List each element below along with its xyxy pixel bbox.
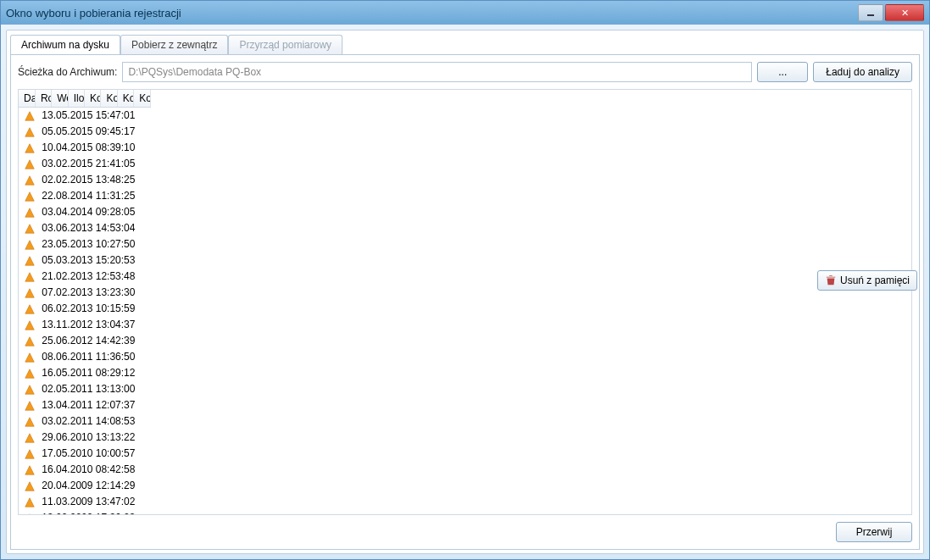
table-row[interactable]: 03.04.2014 09:28:05200V1.34010076 KB80kH… xyxy=(19,204,150,220)
cell-date: 13.04.2011 12:07:37 xyxy=(42,399,135,411)
minimize-button[interactable] xyxy=(858,4,883,21)
svg-rect-0 xyxy=(867,14,874,16)
table-row[interactable]: 07.02.2013 13:23:30200V1.30837353 KBDanf… xyxy=(19,285,150,301)
table-row[interactable]: 13.02.2009 17:36:23100V01.10914475 KBNot… xyxy=(19,510,150,515)
table-row[interactable]: 13.04.2011 12:07:37100V01.13094764 KBFre… xyxy=(19,397,150,413)
svg-marker-25 xyxy=(25,498,35,507)
file-icon xyxy=(24,415,39,428)
table-row[interactable]: 22.08.2014 11:31:25200V1.34415929 KBStar… xyxy=(19,188,150,204)
table-row[interactable]: 11.03.2009 13:47:02100V01.109162852 KBNa… xyxy=(19,494,150,510)
file-icon xyxy=(24,222,39,235)
svg-marker-18 xyxy=(25,385,35,395)
svg-marker-9 xyxy=(25,241,35,250)
data-table: Dane▾ Rodzaj Wersja PQ-Box Ilość danych … xyxy=(19,90,911,515)
load-button[interactable]: Ładuj do analizy xyxy=(813,62,912,82)
delete-button[interactable]: Usuń z pamięci xyxy=(817,270,917,291)
table-row[interactable]: 03.06.2013 14:53:04200V1.31652957 KBHarg… xyxy=(19,220,150,236)
col-size[interactable]: Ilość danych xyxy=(68,90,84,108)
footer: Przerwij xyxy=(836,522,912,542)
table-row[interactable]: 02.02.2015 13:48:25200V2.0062930 KBPeter… xyxy=(19,172,150,188)
col-comment2[interactable]: Komentarz 2 xyxy=(101,90,117,108)
cell-date: 13.02.2009 17:36:23 xyxy=(42,512,135,515)
file-icon xyxy=(24,335,39,347)
col-date[interactable]: Dane▾ xyxy=(19,90,35,108)
svg-marker-17 xyxy=(25,369,35,379)
cancel-button[interactable]: Przerwij xyxy=(836,522,912,542)
table-row[interactable]: 03.02.2011 14:08:53100V01.130224057 KBPr… xyxy=(19,413,150,430)
cell-date: 03.02.2015 21:41:05 xyxy=(42,158,135,169)
path-input[interactable] xyxy=(122,62,752,82)
cell-date: 10.04.2015 08:39:10 xyxy=(42,141,135,153)
cell-date: 23.05.2013 10:27:50 xyxy=(42,238,135,250)
table-header-row: Dane▾ Rodzaj Wersja PQ-Box Ilość danych … xyxy=(19,90,150,108)
table-row[interactable]: 06.02.2013 10:15:59200V1.30627679 KBTemp… xyxy=(19,301,150,317)
file-icon xyxy=(24,109,39,122)
trash-icon xyxy=(825,274,837,286)
svg-marker-1 xyxy=(25,112,35,121)
side-actions: Usuń z pamięci xyxy=(817,270,917,291)
file-icon xyxy=(24,431,39,444)
col-kind[interactable]: Rodzaj xyxy=(35,90,51,108)
table-row[interactable]: 17.05.2010 10:00:57100V01.11913641 KB4 M… xyxy=(19,446,150,462)
svg-marker-22 xyxy=(25,450,35,459)
path-label: Ścieżka do Archiwum: xyxy=(18,66,117,78)
file-icon xyxy=(24,496,39,508)
tab-panel: Ścieżka do Archiwum: ... Ładuj do analiz… xyxy=(10,54,920,550)
table-body: 13.05.2015 15:47:01200V2.008131759 KBFer… xyxy=(19,108,150,515)
table-row[interactable]: 20.04.2009 12:14:29100V01.111280002 KBSt… xyxy=(19,478,150,494)
table-row[interactable]: 16.04.2010 08:42:58100V01.1116661 KBProb… xyxy=(19,462,150,478)
close-button[interactable]: ✕ xyxy=(885,4,924,21)
cell-date: 13.05.2015 15:47:01 xyxy=(42,109,135,121)
cell-date: 17.05.2010 10:00:57 xyxy=(42,447,135,459)
table-row[interactable]: 05.05.2015 09:45:17200V2.00832283 KBABO-… xyxy=(19,124,150,140)
svg-marker-8 xyxy=(25,225,35,234)
svg-marker-5 xyxy=(25,176,35,186)
table-row[interactable]: 29.06.2010 13:13:22100V01.12122700 KB-UA… xyxy=(19,430,150,446)
tab-archive-disk[interactable]: Archiwum na dysku xyxy=(10,35,120,54)
svg-marker-14 xyxy=(25,321,35,330)
table-row[interactable]: 13.11.2012 13:04:37200V1.22720479 KBPres… xyxy=(19,317,150,333)
cell-date: 16.04.2010 08:42:58 xyxy=(42,463,135,475)
svg-marker-16 xyxy=(25,353,35,363)
svg-marker-23 xyxy=(25,466,35,475)
cell-date: 08.06.2011 11:36:50 xyxy=(42,351,135,363)
table-wrap: Dane▾ Rodzaj Wersja PQ-Box Ilość danych … xyxy=(18,89,912,515)
table-row[interactable]: 16.05.2011 08:29:12100V01.1309367 KBFuhr… xyxy=(19,365,150,381)
file-icon xyxy=(24,286,39,299)
col-comment3[interactable]: Komentarz 3 xyxy=(117,90,133,108)
file-icon xyxy=(24,512,39,515)
col-version[interactable]: Wersja PQ-Box xyxy=(52,90,68,108)
svg-marker-3 xyxy=(25,144,35,153)
cell-date: 02.05.2011 13:13:00 xyxy=(42,383,135,395)
file-icon xyxy=(24,319,39,331)
tab-download-external[interactable]: Pobierz z zewnątrz xyxy=(120,35,228,54)
browse-button[interactable]: ... xyxy=(757,62,808,82)
table-row[interactable]: 05.03.2013 15:20:53100V01.14415651 KBPQ … xyxy=(19,252,150,269)
table-row[interactable]: 25.06.2012 14:42:39100V01.13811459 KBKir… xyxy=(19,333,150,349)
cell-date: 02.02.2015 13:48:25 xyxy=(42,174,135,186)
table-row[interactable]: 02.05.2011 13:13:00100V01.111182817 KBSo… xyxy=(19,381,150,397)
table-row[interactable]: 21.02.2013 12:53:48100V01.142215296 KBHI… xyxy=(19,269,150,285)
col-comment1[interactable]: Komentarz 1 xyxy=(85,90,101,108)
file-icon xyxy=(24,480,39,492)
table-row[interactable]: 03.02.2015 21:41:05200V2.006537196 KBhig… xyxy=(19,156,150,172)
table-row[interactable]: 23.05.2013 10:27:50200V1.316321276 KBWoh… xyxy=(19,236,150,252)
cell-date: 22.08.2014 11:31:25 xyxy=(42,190,135,202)
table-row[interactable]: 13.05.2015 15:47:01200V2.008131759 KBFer… xyxy=(19,108,150,124)
window-body: Archiwum na dysku Pobierz z zewnątrz Prz… xyxy=(6,30,924,554)
cell-date: 29.06.2010 13:13:22 xyxy=(42,431,135,443)
col-comment4[interactable]: Komentarz 4 xyxy=(134,90,150,108)
file-icon xyxy=(24,367,39,380)
table-row[interactable]: 08.06.2011 11:36:50100V01.13013029 KBPro… xyxy=(19,349,150,365)
table-row[interactable]: 10.04.2015 08:39:10150V2.0093245 KBTestm… xyxy=(19,140,150,156)
file-icon xyxy=(24,238,39,251)
tab-instrument[interactable]: Przyrząd pomiarowy xyxy=(228,35,342,54)
file-icon xyxy=(24,206,39,219)
window-title: Okno wyboru i pobierania rejestracji xyxy=(6,7,181,19)
file-icon xyxy=(24,190,39,202)
cell-date: 25.06.2012 14:42:39 xyxy=(42,335,135,347)
svg-marker-24 xyxy=(25,482,35,491)
path-row: Ścieżka do Archiwum: ... Ładuj do analiz… xyxy=(11,55,919,87)
file-icon xyxy=(24,270,39,283)
tabstrip: Archiwum na dysku Pobierz z zewnątrz Prz… xyxy=(10,34,920,53)
